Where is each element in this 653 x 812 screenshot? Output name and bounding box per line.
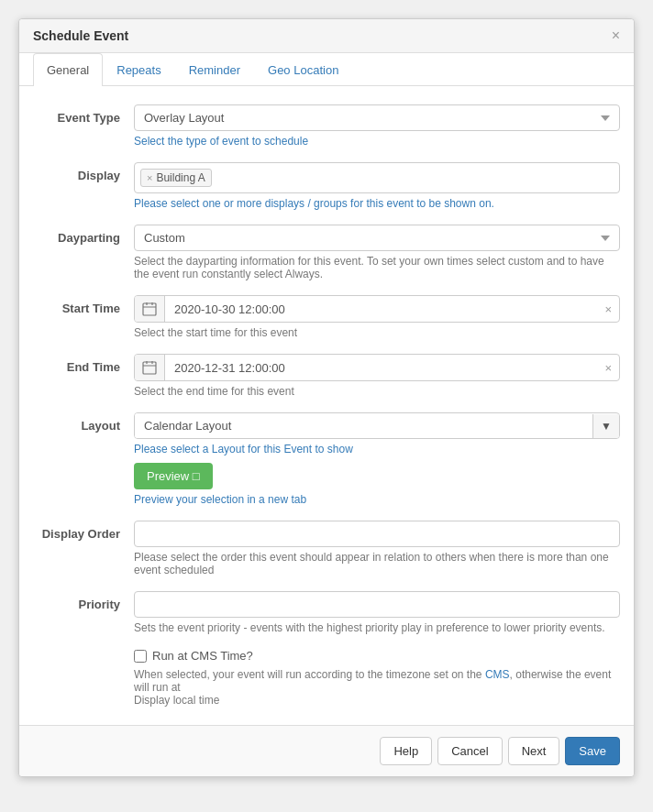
layout-select-container: Calendar Layout ▼ bbox=[134, 412, 620, 439]
end-time-group: End Time × Select the end time for thi bbox=[33, 354, 620, 398]
display-tag: × Building A bbox=[140, 169, 212, 187]
layout-label: Layout bbox=[33, 412, 134, 433]
start-time-input[interactable]: × bbox=[134, 295, 620, 323]
run-at-cms-help-text1: When selected, your event will run accor… bbox=[134, 668, 485, 681]
end-time-label: End Time bbox=[33, 354, 134, 374]
dayparting-wrap: Custom Always Select the dayparting info… bbox=[134, 225, 620, 280]
dayparting-group: Dayparting Custom Always Select the dayp… bbox=[33, 225, 620, 280]
priority-label: Priority bbox=[33, 591, 134, 611]
help-button[interactable]: Help bbox=[380, 737, 432, 765]
display-help: Please select one or more displays / gro… bbox=[134, 197, 620, 210]
display-order-group: Display Order Please select the order th… bbox=[33, 521, 620, 576]
preview-help: Preview your selection in a new tab bbox=[134, 493, 620, 506]
save-button[interactable]: Save bbox=[565, 737, 620, 765]
layout-select[interactable]: Calendar Layout bbox=[135, 413, 592, 438]
layout-group: Layout Calendar Layout ▼ Please select a… bbox=[33, 412, 620, 506]
dayparting-select[interactable]: Custom Always bbox=[134, 225, 620, 251]
priority-input[interactable] bbox=[134, 591, 620, 618]
event-type-help: Select the type of event to schedule bbox=[134, 135, 620, 148]
layout-help: Please select a Layout for this Event to… bbox=[134, 443, 620, 455]
preview-button[interactable]: Preview □ bbox=[134, 463, 213, 489]
modal-header: Schedule Event × bbox=[19, 19, 634, 53]
display-tag-input[interactable]: × Building A bbox=[134, 162, 620, 193]
run-at-cms-help-text3: Display local time bbox=[134, 694, 219, 707]
tab-repeats[interactable]: Repeats bbox=[103, 53, 174, 86]
end-time-help: Select the end time for this event bbox=[134, 385, 620, 398]
start-time-clear-icon[interactable]: × bbox=[597, 297, 619, 322]
layout-wrap: Calendar Layout ▼ Please select a Layout… bbox=[134, 412, 620, 506]
dayparting-help: Select the dayparting information for th… bbox=[134, 255, 620, 280]
modal-body: Event Type Overlay Layout Layout Command… bbox=[19, 86, 634, 725]
event-type-wrap: Overlay Layout Layout Command Interrupt … bbox=[134, 104, 620, 148]
end-time-input[interactable]: × bbox=[134, 354, 620, 381]
tabs-container: General Repeats Reminder Geo Location bbox=[19, 53, 634, 86]
tag-label: Building A bbox=[156, 171, 205, 184]
start-time-calendar-icon bbox=[135, 296, 165, 322]
cms-link[interactable]: CMS bbox=[485, 668, 510, 681]
display-order-input[interactable] bbox=[134, 521, 620, 547]
run-at-cms-section: Run at CMS Time? When selected, your eve… bbox=[33, 649, 620, 707]
dayparting-label: Dayparting bbox=[33, 225, 134, 245]
end-time-clear-icon[interactable]: × bbox=[597, 356, 619, 380]
end-time-calendar-icon bbox=[135, 355, 165, 380]
tag-remove-icon[interactable]: × bbox=[147, 172, 152, 183]
priority-group: Priority Sets the event priority - event… bbox=[33, 591, 620, 634]
display-wrap: × Building A Please select one or more d… bbox=[134, 162, 620, 210]
tab-general[interactable]: General bbox=[33, 53, 103, 86]
display-group: Display × Building A Please select one o… bbox=[33, 162, 620, 210]
start-time-label: Start Time bbox=[33, 295, 134, 315]
run-at-cms-checkbox[interactable] bbox=[134, 650, 147, 663]
start-time-help: Select the start time for this event bbox=[134, 326, 620, 339]
tab-geo-location[interactable]: Geo Location bbox=[254, 53, 352, 86]
event-type-group: Event Type Overlay Layout Layout Command… bbox=[33, 104, 620, 148]
modal-footer: Help Cancel Next Save bbox=[19, 725, 634, 776]
event-type-label: Event Type bbox=[33, 104, 134, 125]
start-time-group: Start Time × Select the start time for bbox=[33, 295, 620, 339]
start-time-field[interactable] bbox=[165, 297, 597, 322]
event-type-select[interactable]: Overlay Layout Layout Command Interrupt … bbox=[134, 104, 620, 131]
close-icon[interactable]: × bbox=[612, 28, 620, 43]
end-time-wrap: × Select the end time for this event bbox=[134, 354, 620, 398]
run-at-cms-label[interactable]: Run at CMS Time? bbox=[152, 649, 253, 663]
next-button[interactable]: Next bbox=[508, 737, 560, 765]
display-order-label: Display Order bbox=[33, 521, 134, 541]
start-time-wrap: × Select the start time for this event bbox=[134, 295, 620, 339]
end-time-field[interactable] bbox=[165, 356, 597, 380]
priority-wrap: Sets the event priority - events with th… bbox=[134, 591, 620, 634]
run-at-cms-help: When selected, your event will run accor… bbox=[134, 668, 620, 707]
modal-title: Schedule Event bbox=[33, 28, 128, 43]
display-order-wrap: Please select the order this event shoul… bbox=[134, 521, 620, 576]
tab-reminder[interactable]: Reminder bbox=[175, 53, 254, 86]
layout-select-arrow-icon: ▼ bbox=[592, 414, 619, 438]
svg-rect-4 bbox=[143, 362, 156, 374]
schedule-event-modal: Schedule Event × General Repeats Reminde… bbox=[18, 18, 635, 777]
priority-help: Sets the event priority - events with th… bbox=[134, 621, 620, 634]
svg-rect-0 bbox=[143, 303, 156, 315]
run-at-cms-wrap: Run at CMS Time? bbox=[134, 649, 620, 663]
cancel-button[interactable]: Cancel bbox=[437, 737, 502, 765]
display-label: Display bbox=[33, 162, 134, 182]
display-order-help: Please select the order this event shoul… bbox=[134, 551, 620, 576]
